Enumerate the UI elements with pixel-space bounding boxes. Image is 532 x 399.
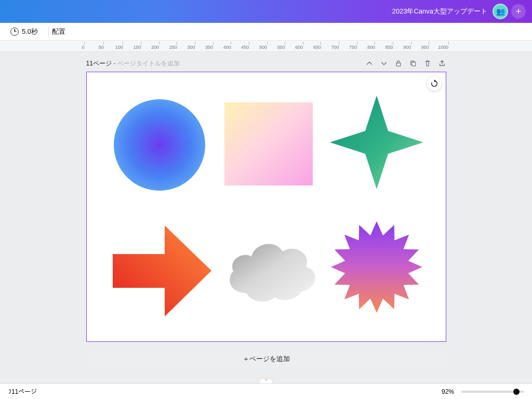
canvas[interactable]	[86, 72, 446, 342]
panel-drag-handle[interactable]: ⌃	[259, 378, 273, 383]
zoom-slider[interactable]	[461, 391, 524, 393]
ruler-tick: 200	[155, 42, 163, 50]
ruler-tick: 800	[371, 42, 379, 50]
ruler-tick: 850	[389, 42, 397, 50]
page-number-label: 11ページ	[86, 60, 112, 67]
avatar-emoji-icon: 👥	[496, 7, 505, 16]
shape-star4[interactable]	[330, 96, 423, 189]
ruler-tick: 350	[209, 42, 217, 50]
ruler-tick: 750	[353, 42, 361, 50]
design-title[interactable]: 2023年Canva大型アップデート	[392, 7, 488, 16]
page-up-button[interactable]	[365, 59, 374, 68]
ruler-tick: 250	[173, 42, 181, 50]
page-title-hint[interactable]: ページタイトルを追加	[117, 60, 180, 67]
svg-marker-7	[113, 225, 211, 316]
ruler-tick: 150	[137, 42, 145, 50]
page-sep: -	[112, 60, 117, 67]
svg-marker-3	[434, 80, 436, 82]
zoom-label[interactable]: 92%	[442, 388, 454, 395]
ruler-tick: 550	[281, 42, 289, 50]
clock-icon	[10, 28, 19, 36]
delete-icon[interactable]	[423, 59, 432, 68]
add-page-label: ＋ページを追加	[243, 354, 290, 364]
shape-circle[interactable]	[113, 98, 206, 192]
svg-point-4	[114, 99, 205, 191]
footer: ﾌ11ページ 92%	[0, 383, 532, 399]
add-collaborator-button[interactable]: +	[511, 4, 526, 19]
shape-cloud[interactable]	[223, 236, 319, 303]
plus-icon: +	[516, 6, 522, 17]
page-header: 11ページ - ページタイトルを追加	[86, 58, 446, 69]
ruler-tick: 400	[227, 42, 235, 50]
app-header: 2023年Canva大型アップデート 👥 +	[0, 0, 532, 23]
toolbar-separator	[48, 26, 49, 37]
ruler-tick: 500	[263, 42, 271, 50]
svg-marker-6	[330, 96, 423, 189]
workspace: 11ページ - ページタイトルを追加	[0, 52, 532, 383]
ruler[interactable]: 0501001502002503003504004505005506006507…	[0, 41, 532, 52]
svg-rect-5	[224, 102, 313, 185]
ruler-tick: 900	[407, 42, 415, 50]
svg-rect-0	[396, 63, 401, 66]
context-toolbar: 5.0秒 配置	[0, 23, 532, 41]
ruler-tick: 650	[317, 42, 325, 50]
add-page-button[interactable]: ＋ページを追加	[86, 350, 446, 368]
svg-marker-8	[331, 221, 422, 313]
arrange-label: 配置	[52, 27, 65, 36]
ruler-tick: 450	[245, 42, 253, 50]
arrange-button[interactable]: 配置	[52, 27, 65, 36]
ruler-tick: 950	[425, 42, 433, 50]
page-down-button[interactable]	[380, 59, 388, 68]
ruler-tick: 700	[335, 42, 343, 50]
page-indicator[interactable]: ﾌ11ページ	[8, 388, 37, 395]
shape-square[interactable]	[224, 102, 313, 185]
share-icon[interactable]	[438, 59, 446, 68]
regenerate-button[interactable]	[427, 76, 442, 91]
avatar[interactable]: 👥	[493, 4, 508, 19]
shape-arrow[interactable]	[113, 225, 211, 316]
refresh-icon	[430, 79, 438, 88]
shape-burst[interactable]	[330, 220, 423, 314]
svg-rect-2	[411, 62, 415, 66]
ruler-tick: 300	[191, 42, 199, 50]
duration-control[interactable]: 5.0秒	[10, 27, 38, 36]
ruler-tick: 1000	[443, 42, 454, 50]
ruler-tick: 600	[299, 42, 307, 50]
duplicate-icon[interactable]	[409, 59, 417, 68]
zoom-slider-thumb[interactable]	[513, 389, 520, 395]
duration-label: 5.0秒	[22, 27, 38, 36]
ruler-tick: 0	[83, 42, 86, 50]
ruler-tick: 100	[119, 42, 127, 50]
ruler-tick: 50	[101, 42, 107, 50]
lock-icon[interactable]	[394, 59, 403, 68]
